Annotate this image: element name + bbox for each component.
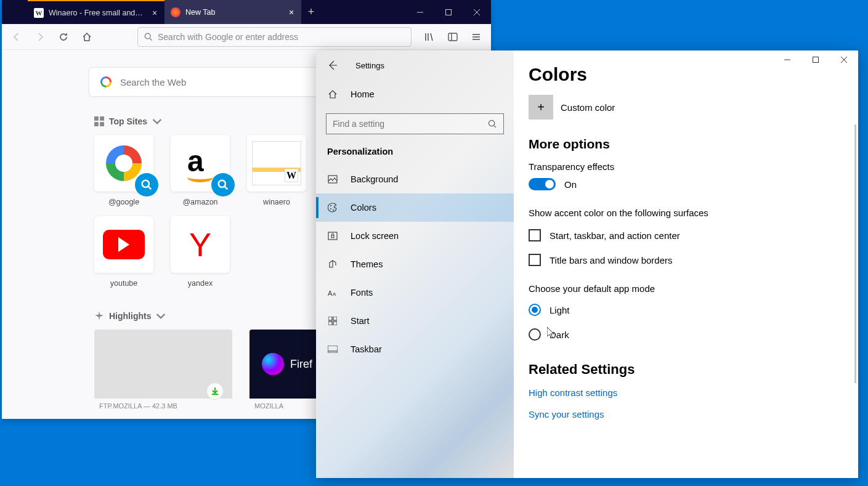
tile-label: youtube bbox=[110, 279, 137, 288]
tab-title: Winaero - Free small and usefu bbox=[49, 9, 145, 17]
svg-line-5 bbox=[150, 38, 152, 41]
settings-search[interactable] bbox=[326, 113, 504, 134]
chevron-down-icon bbox=[156, 311, 166, 321]
svg-line-8 bbox=[431, 33, 432, 41]
svg-rect-16 bbox=[94, 122, 99, 126]
radio-light[interactable]: Light bbox=[529, 304, 858, 316]
transparency-label: Transparency effects bbox=[529, 161, 858, 172]
sidebar-item-themes[interactable]: Themes bbox=[316, 250, 514, 278]
sidebar-button[interactable] bbox=[443, 27, 463, 47]
back-button[interactable] bbox=[7, 27, 26, 47]
transparency-toggle[interactable] bbox=[529, 178, 556, 190]
tab-winaero[interactable]: W Winaero - Free small and usefu × bbox=[28, 0, 164, 24]
svg-point-20 bbox=[219, 180, 225, 187]
settings-sidebar: Settings Home Personalization Background… bbox=[316, 51, 514, 478]
url-input[interactable] bbox=[158, 32, 405, 42]
sidebar-item-background[interactable]: Background bbox=[316, 165, 514, 193]
link-sync-settings[interactable]: Sync your settings bbox=[529, 409, 858, 419]
svg-rect-9 bbox=[448, 33, 457, 41]
custom-color-row[interactable]: + Custom color bbox=[529, 95, 858, 119]
amazon-logo-icon: a bbox=[187, 144, 213, 182]
firefox-logo-icon bbox=[262, 353, 284, 375]
yandex-logo-icon: Y bbox=[189, 225, 211, 264]
checkbox-start-taskbar[interactable]: Start, taskbar, and action center bbox=[529, 229, 858, 241]
fonts-icon: AA bbox=[327, 287, 338, 298]
radio-icon bbox=[529, 304, 541, 316]
sidebar-label: Themes bbox=[351, 259, 383, 269]
lock-screen-icon bbox=[327, 230, 338, 241]
window-controls bbox=[773, 51, 858, 69]
google-icon bbox=[100, 76, 112, 87]
close-window-button[interactable] bbox=[463, 0, 491, 24]
sidebar-label: Start bbox=[351, 316, 370, 326]
close-tab-icon[interactable]: × bbox=[150, 8, 160, 18]
radio-icon bbox=[529, 328, 541, 341]
toggle-state: On bbox=[564, 179, 577, 190]
radio-dark[interactable]: Dark bbox=[529, 328, 858, 341]
search-icon bbox=[488, 119, 497, 129]
svg-point-25 bbox=[330, 205, 331, 206]
transparency-toggle-row: On bbox=[529, 178, 858, 190]
sidebar-item-colors[interactable]: Colors bbox=[316, 193, 514, 222]
sidebar-item-lockscreen[interactable]: Lock screen bbox=[316, 222, 514, 250]
start-icon bbox=[327, 315, 338, 326]
sidebar-home[interactable]: Home bbox=[316, 80, 514, 108]
minimize-button[interactable] bbox=[773, 51, 801, 69]
tile-youtube[interactable]: youtube bbox=[94, 216, 153, 288]
sidebar-item-start[interactable]: Start bbox=[316, 307, 514, 335]
sidebar-item-taskbar[interactable]: Taskbar bbox=[316, 335, 514, 363]
download-icon bbox=[206, 383, 224, 400]
tile-amazon[interactable]: a @amazon bbox=[171, 135, 230, 206]
picture-icon bbox=[327, 174, 338, 185]
chevron-down-icon bbox=[152, 116, 162, 126]
checkbox-titlebars[interactable]: Title bars and window borders bbox=[529, 254, 858, 266]
reload-button[interactable] bbox=[54, 27, 73, 47]
firefox-titlebar: W Winaero - Free small and usefu × New T… bbox=[2, 0, 491, 24]
sidebar-item-fonts[interactable]: AA Fonts bbox=[316, 278, 514, 307]
menu-button[interactable] bbox=[466, 27, 486, 47]
winaero-thumbnail: W bbox=[252, 141, 301, 185]
sidebar-section-heading: Personalization bbox=[316, 147, 514, 156]
maximize-button[interactable] bbox=[801, 51, 830, 69]
tile-yandex[interactable]: Y yandex bbox=[171, 216, 230, 288]
forward-button[interactable] bbox=[30, 27, 50, 47]
radio-label: Dark bbox=[550, 330, 569, 340]
tile-google[interactable]: @google bbox=[94, 135, 153, 206]
more-options-heading: More options bbox=[529, 137, 858, 152]
sidebar-label: Taskbar bbox=[351, 344, 382, 354]
svg-point-26 bbox=[330, 208, 331, 209]
add-custom-color-button[interactable]: + bbox=[529, 95, 553, 119]
highlight-card-1[interactable]: FTP.MOZILLA — 42.3 MB bbox=[94, 330, 232, 410]
svg-line-21 bbox=[225, 187, 228, 190]
close-button[interactable] bbox=[830, 51, 858, 69]
settings-header: Settings bbox=[316, 51, 514, 80]
tile-label: @amazon bbox=[182, 198, 217, 206]
tile-winaero[interactable]: W winaero bbox=[247, 135, 306, 206]
home-button[interactable] bbox=[77, 27, 97, 47]
svg-point-27 bbox=[333, 209, 334, 211]
sidebar-label: Lock screen bbox=[351, 231, 399, 241]
maximize-button[interactable] bbox=[434, 0, 463, 24]
link-high-contrast[interactable]: High contrast settings bbox=[529, 387, 858, 398]
close-tab-icon[interactable]: × bbox=[286, 7, 296, 17]
svg-rect-33 bbox=[333, 317, 337, 320]
settings-search-input[interactable] bbox=[333, 119, 488, 129]
svg-rect-34 bbox=[328, 322, 332, 325]
custom-color-label: Custom color bbox=[561, 102, 615, 113]
scrollbar[interactable] bbox=[854, 124, 856, 383]
google-logo-icon bbox=[106, 145, 142, 181]
winaero-favicon: W bbox=[34, 8, 44, 18]
taskbar-icon bbox=[327, 344, 338, 355]
new-tab-button[interactable]: + bbox=[301, 0, 321, 24]
minimize-button[interactable] bbox=[406, 0, 434, 24]
svg-point-18 bbox=[142, 180, 149, 187]
back-button[interactable] bbox=[325, 58, 339, 73]
titlebar-drag-area bbox=[321, 0, 406, 24]
svg-rect-36 bbox=[328, 346, 338, 353]
themes-icon bbox=[327, 259, 338, 270]
library-button[interactable] bbox=[420, 27, 439, 47]
tile-label: @google bbox=[108, 198, 139, 206]
tab-newtab[interactable]: New Tab × bbox=[164, 0, 301, 24]
settings-title: Settings bbox=[355, 61, 384, 70]
url-bar[interactable] bbox=[137, 27, 412, 47]
